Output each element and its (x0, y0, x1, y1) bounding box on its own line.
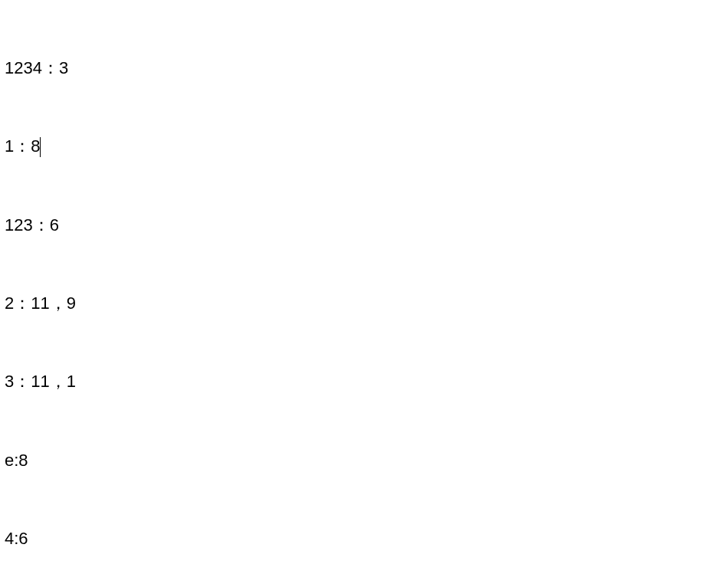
line-text: 3：11，1 (5, 372, 76, 391)
editor-line: 1：8 (5, 133, 723, 159)
editor-line: 2：11，9 (5, 290, 723, 316)
line-text: 1234：3 (5, 58, 68, 77)
editor-line: e:8 (5, 448, 723, 474)
editor-line: 123：6 (5, 212, 723, 238)
editor-line: 4:6 (5, 526, 723, 552)
line-text: 4:6 (5, 529, 28, 548)
line-text: e:8 (5, 451, 28, 470)
editor-line: 1234：3 (5, 55, 723, 81)
line-text: 1：8 (5, 136, 40, 156)
editor-line: 3：11，1 (5, 369, 723, 395)
text-caret (40, 137, 41, 157)
line-text: 2：11，9 (5, 294, 76, 313)
text-editor[interactable]: 1234：3 1：8 123：6 2：11，9 3：11，1 e:8 4:6 5… (0, 0, 728, 587)
line-text: 123：6 (5, 215, 59, 234)
